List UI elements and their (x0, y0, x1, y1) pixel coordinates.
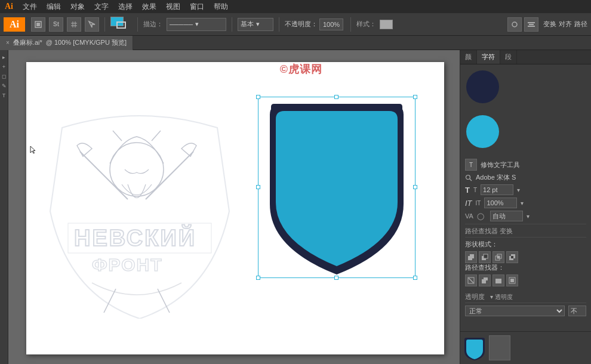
svg-rect-9 (529, 24, 534, 25)
svg-rect-1 (36, 23, 40, 26)
svg-rect-30 (484, 277, 488, 280)
tracking-icon: VA (465, 212, 473, 220)
tool-4[interactable]: ✎ (1, 82, 8, 90)
text-tool-label: 修饰文字工具 (481, 161, 520, 169)
trim-btn[interactable] (479, 274, 491, 286)
svg-marker-6 (89, 21, 95, 27)
minus-front-btn[interactable] (479, 251, 491, 263)
toolbar-sep-3 (232, 17, 232, 32)
intersect-btn[interactable] (492, 251, 504, 263)
shield-svg (259, 98, 414, 277)
scale-icon-it2: IT (476, 200, 481, 206)
menu-item-effect[interactable]: 效果 (142, 2, 156, 12)
right-panel: 颜 字符 段 T 修饰文字工具 Adobe 宋体 S T (460, 50, 591, 364)
shape-mode-label: 形状模式： (465, 240, 586, 249)
tool-2[interactable]: + (1, 63, 8, 70)
tab-paragraph[interactable]: 段 (500, 50, 517, 64)
bottom-thumbnail-area (460, 331, 591, 364)
svg-line-27 (469, 278, 473, 283)
menu-item-view[interactable]: 视图 (166, 2, 180, 12)
tracking-input[interactable] (490, 211, 523, 221)
shield-shape[interactable] (259, 98, 414, 277)
stroke-swatch[interactable] (116, 21, 126, 29)
panel-separator (465, 224, 586, 224)
transform-tab-label[interactable]: 变换 (500, 227, 513, 235)
selection-tool[interactable]: ▸ (1, 54, 8, 61)
tab-info: @ 100% [CMYK/GPU 预览] (46, 38, 127, 47)
pathfinder-section: 路径查找器 变换 形状模式： (465, 227, 586, 286)
tab-character[interactable]: 字符 (477, 50, 500, 64)
opacity-input[interactable] (319, 18, 343, 30)
pathfinder-title: 路径查找器 变换 (465, 227, 586, 237)
color-controls (110, 17, 132, 32)
menu-item-object[interactable]: 对象 (70, 2, 85, 12)
menu-item-help[interactable]: 帮助 (214, 2, 228, 12)
toolbar-icon-1[interactable] (31, 17, 45, 32)
menu-item-file[interactable]: 文件 (23, 2, 37, 12)
toolbar: Ai St 描边： ───── ▾ 基本▾ 不透明度： 样式： (0, 13, 591, 36)
thumbnail-slot-2 (489, 335, 510, 360)
toolbar-icon-circle[interactable] (507, 17, 522, 32)
scale-icon-it: IT (465, 199, 472, 208)
divide-btn[interactable] (465, 274, 477, 286)
canvas-area[interactable]: НЕВСКИЙ ФРОНТ (8, 50, 460, 364)
opacity-label: 不透明度： (285, 20, 318, 29)
toolbar-sep-5 (350, 17, 351, 32)
stroke-label: 描边： (143, 20, 163, 29)
blend-mode-row: 正常 正片叠底 滤色 (465, 306, 586, 316)
sketch-svg: НЕВСКИЙ ФРОНТ (44, 92, 235, 319)
svg-rect-23 (497, 256, 500, 258)
text-tool-icon-1[interactable]: T (465, 159, 477, 171)
svg-rect-20 (484, 254, 488, 258)
document-tab[interactable]: × 叠麻标.ai* @ 100% [CMYK/GPU 预览] (0, 36, 133, 50)
menu-item-window[interactable]: 窗口 (190, 2, 204, 12)
menu-item-text[interactable]: 文字 (94, 2, 109, 12)
toolbar-icon-arrow[interactable] (85, 17, 99, 32)
opacity-value-input[interactable] (568, 306, 586, 316)
svg-rect-10 (528, 26, 535, 27)
toolbar-icon-grid[interactable] (67, 17, 81, 32)
stroke-dropdown[interactable]: ───── ▾ (167, 18, 226, 31)
dark-navy-swatch[interactable] (466, 70, 499, 103)
tool-3[interactable]: ◻ (1, 73, 8, 80)
svg-line-16 (470, 179, 472, 181)
tracking-row: VA ◯ ▾ (465, 211, 586, 221)
font-size-icon: T (465, 186, 470, 195)
unite-btn[interactable] (465, 251, 477, 263)
svg-text:ФРОНТ: ФРОНТ (92, 255, 163, 274)
align-label: 对齐 (559, 20, 572, 29)
svg-point-7 (512, 22, 517, 27)
font-size-unit: ▾ (517, 187, 520, 193)
cyan-blue-swatch[interactable] (466, 115, 499, 148)
tool-5[interactable]: T (1, 92, 8, 99)
toolbar-icon-align[interactable] (524, 17, 538, 32)
style-swatch[interactable] (380, 20, 393, 29)
tool-icon-row: T 修饰文字工具 (465, 159, 586, 171)
svg-rect-8 (528, 22, 535, 23)
toolbar-sep-1 (104, 17, 105, 32)
svg-rect-26 (511, 256, 513, 258)
thumbnail-shield (464, 335, 485, 360)
blend-mode-dropdown[interactable]: 正常 正片叠底 滤色 (465, 306, 565, 316)
menu-item-select[interactable]: 选择 (118, 2, 133, 12)
menu-item-edit[interactable]: 编辑 (47, 2, 61, 12)
crop-btn[interactable] (506, 274, 518, 286)
main-layout: ▸ + ◻ ✎ T (0, 50, 591, 364)
cursor (30, 146, 36, 154)
right-panel-content: T 修饰文字工具 Adobe 宋体 S T T ▾ IT IT ▾ (460, 154, 591, 331)
right-panel-tabs: 颜 字符 段 (460, 50, 591, 64)
svg-rect-18 (470, 254, 474, 258)
scale-input[interactable] (484, 198, 517, 208)
merge-btn[interactable] (492, 274, 504, 286)
exclude-btn[interactable] (506, 251, 518, 263)
ai-logo-toolbar: Ai (4, 17, 25, 32)
font-size-input[interactable] (481, 184, 513, 195)
tab-close-btn[interactable]: × (6, 39, 10, 46)
toolbar-icon-st[interactable]: St (49, 17, 63, 32)
path-finder-label: 路径查找器： (465, 263, 586, 272)
font-size-row: T T ▾ (465, 184, 586, 195)
tracking-dropdown[interactable]: ▾ (527, 213, 530, 220)
basic-dropdown[interactable]: 基本▾ (238, 18, 273, 31)
tab-color-transform[interactable]: 颜 (460, 50, 477, 64)
scale-dropdown-btn[interactable]: ▾ (521, 200, 524, 206)
